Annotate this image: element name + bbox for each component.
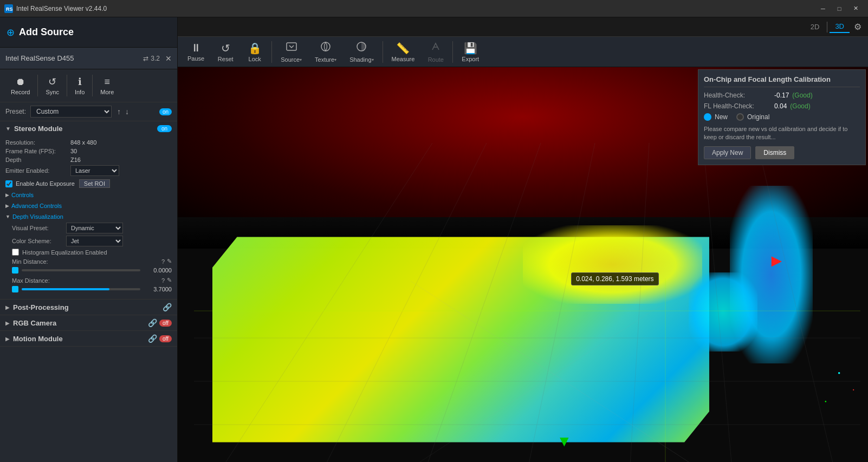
original-radio-item[interactable]: Original <box>736 113 769 121</box>
emitter-select[interactable]: Laser Off On <box>70 165 119 176</box>
usb-icon: ⇄ <box>143 55 148 62</box>
auto-exposure-checkbox[interactable] <box>5 180 12 187</box>
post-processing-section[interactable]: ▶ Post-Processing 🔗 <box>0 300 177 315</box>
visual-preset-select[interactable]: Dynamic Static <box>66 223 123 233</box>
depth-value: Z16 <box>70 157 81 163</box>
max-distance-label: Max Distance: <box>12 277 159 284</box>
depth-row: Depth Z16 <box>5 157 172 163</box>
min-distance-value: 0.0000 <box>145 267 172 274</box>
info-button[interactable]: ℹ Info <box>69 74 90 97</box>
preset-download-button[interactable]: ↓ <box>123 107 131 116</box>
rgb-camera-link-icon: 🔗 <box>148 318 157 327</box>
3d-view-button[interactable]: 3D <box>830 21 850 33</box>
depth-viz-label: Depth Visualization <box>12 213 63 220</box>
motion-module-section[interactable]: ▶ Motion Module 🔗 off <box>0 331 177 347</box>
rgb-camera-name: RGB Camera <box>13 319 148 327</box>
svg-text:RS: RS <box>6 6 13 12</box>
preset-row: Preset: Custom Default High Accuracy Hig… <box>0 102 177 121</box>
view-toggle-divider <box>827 22 827 32</box>
texture-label: Texture <box>315 56 334 63</box>
post-processing-name: Post-Processing <box>13 303 163 311</box>
new-radio-label: New <box>715 113 728 121</box>
new-radio-item[interactable]: New <box>704 113 728 121</box>
2d-view-button[interactable]: 2D <box>805 21 825 32</box>
controls-row[interactable]: ▶ Controls <box>5 190 172 200</box>
set-roi-button[interactable]: Set ROI <box>79 179 110 188</box>
reset-button[interactable]: ↺ Reset <box>212 40 239 64</box>
view-topbar: 2D 3D ⚙ <box>178 17 868 37</box>
sync-button[interactable]: ↺ Sync <box>40 74 64 97</box>
record-icon: ⏺ <box>16 76 25 88</box>
apply-new-button[interactable]: Apply New <box>704 146 751 159</box>
device-close-button[interactable]: ✕ <box>165 54 172 63</box>
rgb-camera-toggle[interactable]: off <box>159 320 172 327</box>
export-label: Export <box>462 56 479 62</box>
pause-button[interactable]: ⏸ Pause <box>182 40 210 64</box>
more-button[interactable]: ≡ More <box>95 74 119 97</box>
max-distance-fill <box>22 288 109 290</box>
source-button[interactable]: Source ▾ <box>275 38 307 65</box>
stereo-toggle-pill[interactable]: on <box>159 108 172 115</box>
record-label: Record <box>11 89 30 95</box>
histogram-label: Histogram Equalization Enabled <box>22 249 107 256</box>
max-distance-slider[interactable] <box>22 288 140 290</box>
toolbar: ⏸ Pause ↺ Reset 🔒 Lock So <box>178 37 868 67</box>
max-distance-slider-row: 3.7000 <box>12 286 172 292</box>
scatter-point-3: ● <box>853 388 854 391</box>
fps-row: Frame Rate (FPS): 30 <box>5 148 172 154</box>
measure-button[interactable]: 📏 Measure <box>386 40 420 64</box>
dismiss-button[interactable]: Dismiss <box>755 146 794 159</box>
app-icon: RS <box>4 4 13 13</box>
svg-point-3 <box>321 42 330 51</box>
info-label: Info <box>75 89 85 95</box>
minimize-button[interactable]: ─ <box>815 0 831 17</box>
stereo-module-toggle[interactable]: on <box>157 125 172 132</box>
stereo-module-body: Resolution: 848 x 480 Frame Rate (FPS): … <box>0 136 177 299</box>
motion-module-toggle[interactable]: off <box>159 335 172 342</box>
color-scheme-row: Color Scheme: Jet Classic Cold <box>12 236 172 246</box>
auto-exposure-row: Enable Auto Exposure Set ROI <box>5 179 172 188</box>
cyan-cluster <box>689 272 757 352</box>
advanced-controls-row[interactable]: ▶ Advanced Controls <box>5 201 172 211</box>
close-button[interactable]: ✕ <box>847 0 864 17</box>
health-check-status: (Good) <box>792 92 812 99</box>
export-icon: 💾 <box>464 42 477 55</box>
rgb-camera-section[interactable]: ▶ RGB Camera 🔗 off <box>0 315 177 331</box>
min-distance-slider-color <box>12 267 18 274</box>
export-button[interactable]: 💾 Export <box>456 40 484 64</box>
texture-button[interactable]: Texture ▾ <box>309 38 342 65</box>
viewport[interactable]: ► ▼ 0.024, 0.286, 1.593 meters ● ● ● On-… <box>178 67 868 462</box>
settings-icon[interactable]: ⚙ <box>854 22 861 32</box>
min-distance-slider[interactable] <box>22 269 140 271</box>
info-icon: ℹ <box>78 76 82 88</box>
depth-label: Depth <box>5 157 70 163</box>
coordinate-tooltip: 0.024, 0.286, 1.593 meters <box>571 272 658 285</box>
shading-button[interactable]: Shading ▾ <box>344 38 379 65</box>
health-check-label: Health-Check: <box>704 92 774 99</box>
max-distance-edit-icon[interactable]: ✎ <box>167 277 172 284</box>
controls-label: Controls <box>11 192 34 198</box>
auto-exposure-label: Enable Auto Exposure <box>16 180 75 187</box>
color-scheme-select[interactable]: Jet Classic Cold <box>66 236 123 246</box>
depth-viz-row[interactable]: ▼ Depth Visualization <box>5 212 172 222</box>
health-check-row: Health-Check: -0.17 (Good) <box>704 92 860 99</box>
histogram-checkbox[interactable] <box>12 249 19 256</box>
lock-button[interactable]: 🔒 Lock <box>241 40 268 64</box>
scene-canvas: ► ▼ 0.024, 0.286, 1.593 meters ● ● ● On-… <box>178 67 868 462</box>
motion-module-arrow-icon: ▶ <box>5 336 10 342</box>
calibration-description: Please compare new vs old calibration an… <box>704 125 860 142</box>
calibration-buttons: Apply New Dismiss <box>704 146 860 159</box>
fl-health-check-row: FL Health-Check: 0.04 (Good) <box>704 102 860 110</box>
preset-select[interactable]: Custom Default High Accuracy High Densit… <box>30 106 112 118</box>
original-radio-circle <box>736 113 744 121</box>
preset-upload-button[interactable]: ↑ <box>115 107 123 116</box>
record-button[interactable]: ⏺ Record <box>5 74 35 97</box>
add-source-header[interactable]: ⊕ Add Source <box>0 17 177 48</box>
stereo-module-header[interactable]: ▼ Stereo Module on <box>0 121 177 136</box>
min-distance-edit-icon[interactable]: ✎ <box>167 258 172 265</box>
new-radio-circle <box>704 113 711 121</box>
route-button[interactable]: Route <box>422 38 449 65</box>
maximize-button[interactable]: □ <box>831 0 847 17</box>
sync-label: Sync <box>46 89 59 95</box>
right-area: 2D 3D ⚙ ⏸ Pause ↺ Reset 🔒 Lock <box>178 17 868 462</box>
